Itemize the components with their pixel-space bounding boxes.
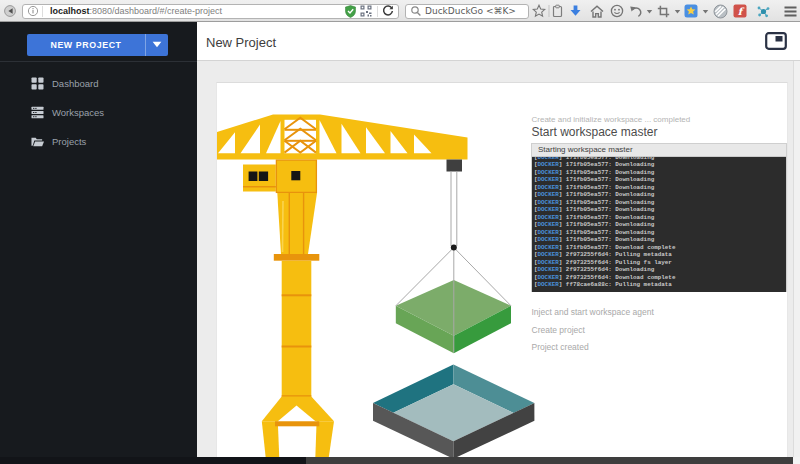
console-line: [DOCKER] 171fb05ea577: Downloading [534, 214, 786, 222]
console-line: [DOCKER] 171fb05ea577: Downloading [534, 206, 786, 214]
search-placeholder: DuckDuckGo <⌘K> [425, 6, 516, 16]
home-icon[interactable] [589, 0, 604, 22]
crane-trolley [447, 160, 463, 172]
striped-circle-icon[interactable] [712, 0, 728, 22]
url-path: :8080/dashboard/#/create-project [90, 6, 223, 16]
address-bar[interactable]: localhost:8080/dashboard/#/create-projec… [22, 4, 399, 19]
undo-icon[interactable] [628, 0, 643, 22]
pocket-star-icon[interactable] [683, 0, 698, 22]
console-line: [DOCKER] 2f973255f6d4: Pulling metadata [534, 251, 786, 259]
clipboard-icon[interactable] [550, 0, 565, 22]
dashboard-grid-icon [31, 77, 44, 90]
sidebar: NEW PROJECT Dashboard [0, 22, 197, 457]
bottom-window-edge [0, 457, 800, 464]
back-icon[interactable] [4, 5, 16, 17]
new-project-dropdown[interactable] [145, 34, 168, 56]
console-body[interactable]: [DOCKER] 171fb05ea577: Downloading[DOCKE… [532, 157, 786, 292]
new-project-button[interactable]: NEW PROJECT [27, 34, 168, 56]
console-header: Starting workspace master [532, 144, 786, 157]
status-step-create-project: Create project [532, 325, 585, 335]
console-line: [DOCKER] 2f973255f6d4: Pulling fs layer [534, 259, 786, 267]
refresh-icon[interactable] [382, 5, 394, 17]
screenshot-stage: localhost:8080/dashboard/#/create-projec… [0, 0, 800, 464]
scrollbar-track[interactable] [794, 61, 800, 457]
status-title: Start workspace master [532, 125, 658, 139]
url-host: localhost [50, 6, 90, 16]
sidebar-item-label: Projects [52, 136, 86, 147]
status-step-project-created: Project created [532, 342, 589, 352]
pocket-dropdown-icon[interactable] [701, 0, 709, 22]
console-line: [DOCKER] ff78cae6a88c: Pulling metadata [534, 281, 786, 289]
bookmark-star-icon[interactable] [531, 0, 546, 22]
bottom-strip-right [306, 457, 793, 464]
qr-code-icon[interactable] [360, 5, 372, 17]
browser-toolbar: localhost:8080/dashboard/#/create-projec… [0, 0, 800, 22]
shield-icon[interactable] [345, 5, 356, 18]
flash-icon[interactable]: f [732, 0, 747, 22]
crane-mast [282, 261, 312, 397]
download-arrow-icon[interactable] [568, 0, 583, 22]
sidebar-item-workspaces[interactable]: Workspaces [0, 98, 197, 127]
chevron-down-icon [152, 41, 162, 48]
crop-icon[interactable] [656, 0, 671, 22]
console-line: [DOCKER] 171fb05ea577: Downloading [534, 169, 786, 177]
url-separator-2 [377, 6, 378, 17]
search-icon [410, 5, 422, 17]
console-line: [DOCKER] 171fb05ea577: Downloading [534, 176, 786, 184]
sidebar-item-label: Workspaces [52, 107, 104, 118]
console-line: [DOCKER] 171fb05ea577: Downloading [534, 229, 786, 237]
console-line: [DOCKER] 2f973255f6d4: Downloading [534, 266, 786, 274]
smiley-icon[interactable] [609, 0, 624, 22]
sidebar-item-dashboard[interactable]: Dashboard [0, 69, 197, 98]
console-line: [DOCKER] 171fb05ea577: Downloading [534, 221, 786, 229]
console-line: [DOCKER] 2f973255f6d4: Download complete [534, 274, 786, 282]
sidebar-item-projects[interactable]: Projects [0, 127, 197, 156]
url-separator [42, 6, 43, 17]
status-step-create-workspace: Create and initialize workspace ... comp… [532, 115, 691, 124]
console: Starting workspace master [DOCKER] 171fb… [531, 143, 787, 292]
console-line: [DOCKER] 171fb05ea577: Downloading [534, 199, 786, 207]
console-line: [DOCKER] 171fb05ea577: Downloading [534, 191, 786, 199]
molecule-icon[interactable] [755, 0, 771, 22]
page-title: New Project [206, 35, 276, 50]
workspaces-stack-icon [31, 106, 44, 119]
info-icon[interactable] [26, 4, 40, 18]
new-project-button-label: NEW PROJECT [27, 34, 145, 56]
crane-hook [451, 245, 457, 251]
menu-icon[interactable] [782, 0, 798, 22]
tray [373, 365, 534, 459]
content-area: Create and initialize workspace ... comp… [197, 61, 800, 457]
sidebar-item-label: Dashboard [52, 78, 98, 89]
console-line: [DOCKER] 171fb05ea577: Downloading [534, 161, 786, 169]
url-text[interactable]: localhost:8080/dashboard/#/create-projec… [50, 6, 345, 16]
ide-window-icon[interactable] [765, 32, 787, 50]
search-bar[interactable]: DuckDuckGo <⌘K> [405, 4, 529, 19]
projects-folder-icon [31, 135, 44, 148]
console-line: [DOCKER] 171fb05ea577: Downloading [534, 184, 786, 192]
workspace-loader-card: Create and initialize workspace ... comp… [216, 82, 788, 457]
crop-dropdown-icon[interactable] [673, 0, 681, 22]
bottom-strip-corner [793, 457, 800, 464]
crane-illustration [213, 85, 539, 459]
undo-dropdown-icon[interactable] [645, 0, 653, 22]
app-header: New Project [197, 22, 800, 61]
console-line: [DOCKER] 171fb05ea577: Download complete [534, 244, 786, 252]
status-step-inject-agent: Inject and start workspace agent [532, 307, 654, 317]
bottom-strip-left [0, 457, 306, 464]
console-line: [DOCKER] 171fb05ea577: Downloading [534, 236, 786, 244]
sidebar-nav: Dashboard Workspaces [0, 62, 197, 157]
